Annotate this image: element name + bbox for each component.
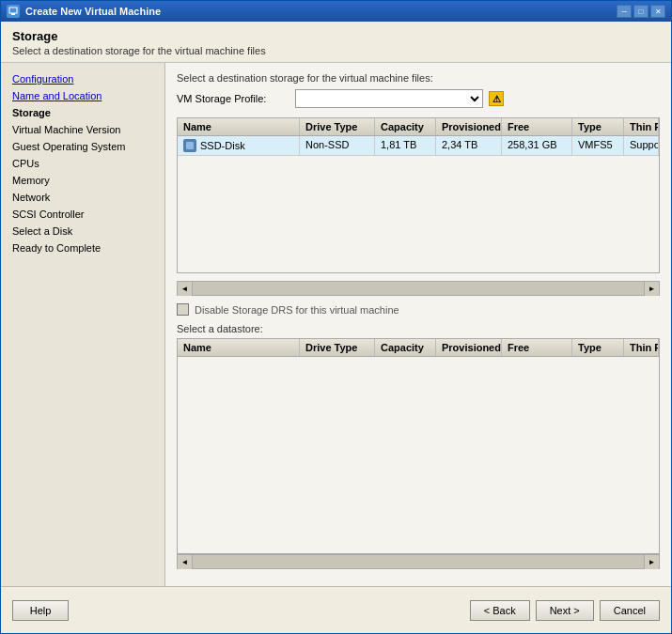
sidebar-item-ready-complete: Ready to Complete [1, 240, 164, 256]
storage-table-container: Name Drive Type Capacity Provisioned Fre… [177, 117, 660, 273]
profile-label: VM Storage Profile: [177, 93, 289, 104]
sidebar: Configuration Name and Location Storage … [1, 63, 165, 586]
content-panel: Select a destination storage for the vir… [165, 63, 671, 586]
th-capacity: Capacity [375, 118, 436, 135]
checkbox-label: Disable Storage DRS for this virtual mac… [195, 304, 399, 316]
datastore-section: Select a datastore: Name Drive Type Capa… [177, 323, 660, 577]
sidebar-item-name-location[interactable]: Name and Location [1, 87, 164, 104]
td-drive-type: Non-SSD [300, 136, 375, 155]
svg-rect-0 [9, 8, 17, 13]
vm-storage-profile-select[interactable] [295, 89, 483, 108]
td-type: VMFS5 [572, 136, 624, 155]
minimize-button[interactable]: ─ [617, 5, 632, 18]
datastore-table-header: Name Drive Type Capacity Provisioned Fre… [178, 339, 659, 357]
datastore-label: Select a datastore: [177, 323, 660, 334]
sidebar-item-cpus: CPUs [1, 155, 164, 172]
profile-row: VM Storage Profile: ⚠ [177, 89, 660, 108]
sidebar-item-configuration[interactable]: Configuration [1, 70, 164, 87]
window-title: Create New Virtual Machine [25, 6, 161, 17]
ds-th-thin-prov: Thin Provis... [624, 339, 659, 356]
th-free: Free [502, 118, 572, 135]
th-provisioned: Provisioned [436, 118, 502, 135]
close-button[interactable]: ✕ [650, 5, 665, 18]
ds-scroll-left-btn[interactable]: ◄ [178, 555, 193, 569]
td-free: 258,31 GB [502, 136, 572, 155]
title-bar: Create New Virtual Machine ─ □ ✕ [1, 1, 671, 22]
disk-icon-inner [186, 142, 194, 149]
scroll-right-btn[interactable]: ► [644, 282, 659, 296]
footer: Help < Back Next > Cancel [1, 586, 671, 633]
td-thin-prov: Supported [624, 136, 659, 155]
cancel-button[interactable]: Cancel [600, 600, 660, 621]
ds-th-name: Name [178, 339, 300, 356]
ds-th-free: Free [502, 339, 572, 356]
ds-scroll-right-btn[interactable]: ► [644, 555, 659, 569]
scroll-track [193, 282, 644, 295]
back-button[interactable]: < Back [470, 600, 530, 621]
content-section-label: Select a destination storage for the vir… [177, 72, 660, 84]
sidebar-item-network: Network [1, 189, 164, 206]
lower-table-scrollbar[interactable]: ◄ ► [177, 554, 660, 569]
disable-drs-checkbox[interactable] [177, 303, 189, 316]
main-body: Configuration Name and Location Storage … [1, 63, 671, 586]
title-bar-left: Create New Virtual Machine [7, 5, 161, 18]
storage-table-header: Name Drive Type Capacity Provisioned Fre… [178, 118, 659, 136]
upper-table-scrollbar[interactable]: ◄ ► [177, 281, 660, 296]
datastore-body [178, 357, 659, 553]
sidebar-item-guest-os: Guest Operating System [1, 138, 164, 155]
th-type: Type [572, 118, 624, 135]
ds-th-capacity: Capacity [375, 339, 436, 356]
help-button[interactable]: Help [12, 600, 69, 621]
ds-scroll-track [193, 555, 644, 568]
datastore-table: Name Drive Type Capacity Provisioned Fre… [177, 338, 660, 554]
title-bar-buttons: ─ □ ✕ [617, 5, 665, 18]
ds-th-type: Type [572, 339, 624, 356]
sidebar-item-select-disk: Select a Disk [1, 223, 164, 240]
page-subtitle: Select a destination storage for the vir… [12, 45, 660, 56]
td-provisioned: 2,34 TB [436, 136, 502, 155]
storage-table-body: SSD-Disk Non-SSD 1,81 TB 2,34 TB 258,31 … [178, 136, 659, 272]
td-name: SSD-Disk [178, 136, 300, 155]
row-name-label: SSD-Disk [200, 140, 245, 151]
svg-rect-1 [11, 13, 15, 15]
sidebar-item-vm-version: Virtual Machine Version [1, 121, 164, 138]
scroll-left-btn[interactable]: ◄ [178, 282, 193, 296]
sidebar-item-scsi-controller: SCSI Controller [1, 206, 164, 223]
warning-icon: ⚠ [489, 91, 504, 106]
disk-icon [183, 139, 196, 152]
th-name: Name [178, 118, 300, 135]
header-section: Storage Select a destination storage for… [1, 22, 671, 63]
footer-right: < Back Next > Cancel [470, 600, 660, 621]
next-button[interactable]: Next > [536, 600, 594, 621]
page-title: Storage [12, 29, 660, 43]
table-row[interactable]: SSD-Disk Non-SSD 1,81 TB 2,34 TB 258,31 … [178, 136, 659, 156]
sidebar-item-storage[interactable]: Storage [1, 104, 164, 121]
sidebar-item-memory: Memory [1, 172, 164, 189]
main-window: Create New Virtual Machine ─ □ ✕ Storage… [0, 0, 672, 634]
ds-th-drive-type: Drive Type [300, 339, 375, 356]
th-thin-prov: Thin Provis... [624, 118, 659, 135]
ds-th-provisioned: Provisioned [436, 339, 502, 356]
th-drive-type: Drive Type [300, 118, 375, 135]
vm-icon [7, 5, 20, 18]
maximize-button[interactable]: □ [633, 5, 649, 18]
checkbox-row: Disable Storage DRS for this virtual mac… [177, 303, 660, 316]
td-capacity: 1,81 TB [375, 136, 436, 155]
